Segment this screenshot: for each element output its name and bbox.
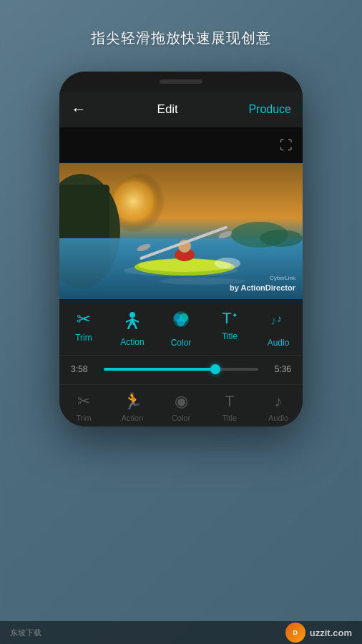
watermark-cyberlink: CyberLink [230,274,295,282]
fullscreen-icon[interactable]: ⛶ [280,138,293,153]
bottom-title-label: Title [222,414,237,422]
bottom-color-label: Color [172,414,190,422]
watermark-brand: by ActionDirector [230,283,295,293]
timeline-start: 3:58 [71,364,97,374]
bottom-action-label: Action [122,414,144,422]
video-preview-bar: ⛶ [59,127,303,163]
svg-text:♪: ♪ [270,313,277,328]
video-frame: CyberLink by ActionDirector [59,163,303,299]
top-tagline: 指尖轻滑拖放快速展现创意 [0,29,362,48]
phone-speaker [160,79,202,84]
trim-label: Trim [75,333,92,343]
trim-icon: ✂ [77,309,91,329]
bottom-audio-icon: ♪ [275,392,283,411]
bottom-title[interactable]: T Title [210,392,250,422]
color-icon [171,309,191,334]
action-icon [122,309,142,333]
duzzit-logo: D [285,623,305,643]
timeline-progress [104,368,215,371]
bottom-color[interactable]: ◉ Color [161,392,201,422]
header-title: Edit [157,102,178,117]
bottom-brand-bar: 东坡下载 D uzzit.com [0,621,362,644]
bottom-audio-label: Audio [268,414,288,422]
bottom-toolbar-items: ✂ Trim 🏃 Action ◉ Color T Title ♪ Audio [59,392,303,422]
bottom-trim-label: Trim [76,414,92,422]
timeline-end: 5:36 [265,364,291,374]
bottom-trim[interactable]: ✂ Trim [64,392,104,422]
title-label: Title [222,331,238,341]
bottom-action-icon: 🏃 [123,392,142,411]
title-icon: T✦ [222,309,237,328]
color-label: Color [171,338,192,348]
timeline-track[interactable] [104,368,258,371]
video-watermark: CyberLink by ActionDirector [230,274,295,293]
brand-left-text: 东坡下载 [10,628,41,638]
bottom-color-icon: ◉ [175,392,188,411]
timeline-thumb[interactable] [210,364,220,374]
back-button[interactable]: ← [71,100,87,119]
phone-mockup: ← Edit Produce ⛶ [59,72,303,426]
toolbar-items: ✂ Trim Action [59,309,303,348]
bottom-audio[interactable]: ♪ Audio [258,392,298,422]
toolbar-item-title[interactable]: T✦ Title [210,309,250,341]
svg-text:♪: ♪ [277,313,282,324]
bottom-trim-icon: ✂ [77,392,90,411]
phone-top-bar [59,72,303,92]
toolbar-item-action[interactable]: Action [112,309,152,347]
brand-right: D uzzit.com [285,623,352,643]
primary-toolbar: ✂ Trim Action [59,299,303,355]
svg-point-14 [215,258,240,269]
svg-point-16 [260,230,303,247]
produce-button[interactable]: Produce [248,103,291,116]
bottom-action[interactable]: 🏃 Action [112,392,152,422]
timeline-area: 3:58 5:36 [59,355,303,384]
toolbar-item-color[interactable]: Color [161,309,201,348]
audio-icon: ♪ ♪ [268,309,288,334]
toolbar-item-audio[interactable]: ♪ ♪ Audio [258,309,298,348]
app-header: ← Edit Produce [59,92,303,127]
svg-point-21 [177,318,185,326]
timeline-row: 3:58 5:36 [71,364,291,374]
duzzit-brand-text: uzzit.com [310,628,352,638]
bottom-title-icon: T [225,392,234,411]
svg-point-17 [129,312,135,318]
duzzit-logo-letter: D [293,629,298,636]
bottom-toolbar: ✂ Trim 🏃 Action ◉ Color T Title ♪ Audio [59,384,303,426]
toolbar-item-trim[interactable]: ✂ Trim [64,309,104,343]
audio-label: Audio [268,338,290,348]
action-label: Action [120,337,144,347]
